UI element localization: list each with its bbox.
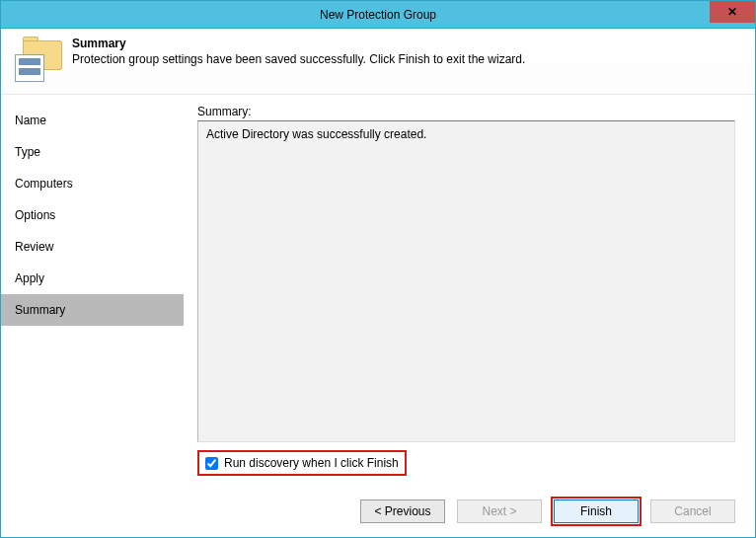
wizard-nav: Name Type Computers Options Review Apply…: [1, 95, 184, 490]
nav-item-summary[interactable]: Summary: [1, 294, 184, 326]
run-discovery-label: Run discovery when I click Finish: [224, 456, 399, 470]
header-subtitle: Protection group settings have been save…: [72, 52, 525, 66]
wizard-header-icon: [15, 37, 62, 84]
nav-item-apply[interactable]: Apply: [1, 263, 184, 294]
previous-button[interactable]: < Previous: [360, 500, 445, 523]
cancel-button: Cancel: [650, 500, 735, 523]
nav-item-computers[interactable]: Computers: [1, 168, 184, 199]
body-area: Name Type Computers Options Review Apply…: [1, 95, 755, 490]
nav-item-type[interactable]: Type: [1, 136, 184, 168]
finish-button[interactable]: Finish: [554, 500, 639, 523]
header-band: Summary Protection group settings have b…: [1, 29, 755, 95]
nav-item-name[interactable]: Name: [1, 105, 184, 136]
below-summary: Run discovery when I click Finish: [197, 442, 735, 482]
summary-textbox[interactable]: Active Directory was successfully create…: [197, 120, 735, 442]
titlebar: New Protection Group ✕: [1, 1, 755, 29]
summary-text: Active Directory was successfully create…: [206, 127, 426, 141]
close-button[interactable]: ✕: [710, 1, 755, 23]
nav-item-review[interactable]: Review: [1, 231, 184, 263]
close-icon: ✕: [727, 5, 737, 19]
header-title: Summary: [72, 37, 525, 50]
run-discovery-checkbox-wrap[interactable]: Run discovery when I click Finish: [197, 450, 407, 476]
run-discovery-checkbox[interactable]: [205, 457, 218, 470]
next-button: Next >: [457, 500, 542, 523]
content-area: Summary: Active Directory was successful…: [184, 95, 755, 490]
button-row: < Previous Next > Finish Cancel: [1, 490, 755, 537]
nav-item-options[interactable]: Options: [1, 199, 184, 231]
window-title: New Protection Group: [1, 8, 755, 22]
wizard-window: New Protection Group ✕ Summary Protectio…: [0, 0, 756, 538]
summary-label: Summary:: [197, 105, 735, 118]
header-text: Summary Protection group settings have b…: [72, 37, 525, 66]
